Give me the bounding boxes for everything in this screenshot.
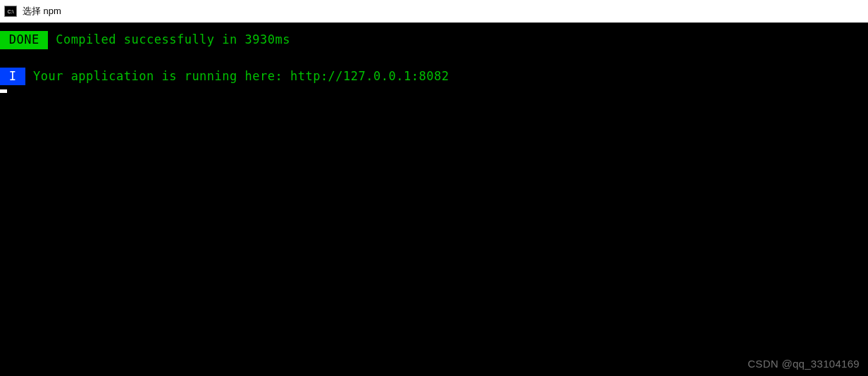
- window-title-bar: 选择 npm: [0, 0, 868, 23]
- terminal-cursor-line: [0, 85, 868, 93]
- window-title: 选择 npm: [23, 5, 61, 18]
- done-badge: DONE: [0, 31, 48, 49]
- cmd-icon: [4, 6, 17, 17]
- cursor-icon: [0, 89, 7, 93]
- watermark-text: CSDN @qq_33104169: [748, 356, 860, 372]
- info-badge: I: [0, 68, 25, 86]
- running-message: Your application is running here: http:/…: [25, 68, 449, 86]
- terminal-line-info: I Your application is running here: http…: [0, 68, 868, 86]
- terminal-output[interactable]: DONE Compiled successfully in 3930ms I Y…: [0, 23, 868, 376]
- compiled-message: Compiled successfully in 3930ms: [48, 31, 290, 49]
- terminal-line-done: DONE Compiled successfully in 3930ms: [0, 23, 868, 49]
